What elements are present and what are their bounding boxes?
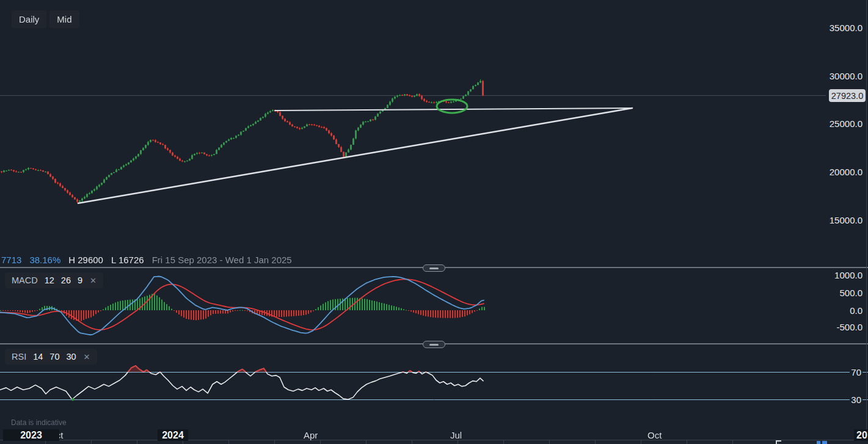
handle-grip-icon: [429, 344, 439, 346]
data-indicative-note: Data is indicative: [11, 418, 67, 427]
time-label-2025: 20: [854, 429, 868, 441]
chart-canvas[interactable]: [0, 0, 868, 444]
stat-change-value: 7713: [1, 255, 21, 265]
rsi-panel-resize-handle[interactable]: [423, 341, 445, 348]
time-label-oct-2024: Oct: [647, 429, 662, 441]
stat-period: Fri 15 Sep 2023 - Wed 1 Jan 2025: [152, 255, 292, 265]
stat-change-percent: 38.16%: [29, 255, 60, 265]
stats-bar: 7713 38.16% H 29600 L 16726 Fri 15 Sep 2…: [1, 255, 292, 265]
time-label-2024: 2024: [158, 429, 188, 441]
platform-logo-icon: [817, 441, 820, 444]
price-type-mid-button[interactable]: Mid: [49, 10, 79, 28]
axis-border: [866, 0, 867, 440]
rsi-tick-70: 70: [850, 367, 863, 377]
platform-logo-icon: [822, 441, 827, 444]
macd-panel-resize-handle[interactable]: [423, 264, 445, 272]
handle-grip-icon: [429, 267, 439, 269]
stat-low: L 16726: [111, 255, 144, 265]
stat-high: H 29600: [68, 255, 103, 265]
time-scrollbar[interactable]: [0, 440, 868, 444]
navigator-bracket-icon: [776, 440, 781, 444]
toolbar: Daily Mid: [12, 10, 79, 28]
time-label-apr: Apr: [304, 429, 318, 441]
time-label-2023: 2023: [3, 429, 59, 441]
timeframe-daily-button[interactable]: Daily: [12, 10, 46, 28]
rsi-tick-30: 30: [850, 395, 863, 405]
time-label-jul: Jul: [450, 429, 462, 441]
